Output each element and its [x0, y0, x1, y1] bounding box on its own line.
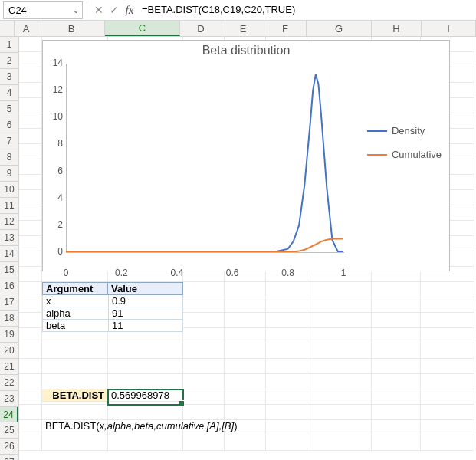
chart-y-axis: 02468101214: [46, 58, 63, 257]
y-tick: 10: [46, 111, 63, 122]
chart-beta-distribution[interactable]: Beta distribution 02468101214 00.20.40.6…: [42, 40, 450, 271]
row-header-13[interactable]: 13: [0, 230, 18, 246]
chart-plot-area: 02468101214 00.20.40.60.81: [66, 64, 343, 252]
row-header-24[interactable]: 24: [0, 407, 18, 422]
column-header-F[interactable]: F: [264, 21, 307, 36]
row-header-18[interactable]: 18: [0, 310, 18, 327]
column-header-G[interactable]: G: [307, 21, 372, 36]
y-tick: 8: [46, 138, 63, 149]
legend-label: Cumulative: [392, 149, 442, 160]
row-header-16[interactable]: 16: [0, 278, 18, 294]
syntax-end: ): [234, 420, 237, 432]
column-header-D[interactable]: D: [180, 21, 222, 36]
x-tick: 0.4: [169, 268, 185, 278]
row-headers: 1234567891011121314151617181920212223242…: [0, 37, 19, 460]
legend-swatch-density: [367, 130, 387, 132]
row-header-4[interactable]: 4: [0, 85, 18, 101]
row-header-21[interactable]: 21: [0, 359, 18, 375]
y-tick: 12: [46, 84, 63, 95]
x-tick: 0: [58, 268, 74, 278]
column-header-A[interactable]: A: [15, 21, 38, 36]
column-header-E[interactable]: E: [222, 21, 264, 36]
y-tick: 6: [46, 166, 63, 176]
arguments-table: Argument Value x 0.9 alpha 91 beta 11: [42, 282, 183, 332]
y-tick: 0: [46, 246, 63, 257]
name-box[interactable]: C24 ⌄: [3, 1, 83, 19]
row-header-7[interactable]: 7: [0, 133, 18, 150]
cells-area[interactable]: Beta distribution 02468101214 00.20.40.6…: [19, 37, 476, 460]
x-tick: 0.6: [225, 268, 240, 278]
legend-density: Density: [367, 125, 442, 136]
y-tick: 2: [46, 219, 63, 230]
result-value: 0.569968978: [111, 389, 169, 401]
row-header-9[interactable]: 9: [0, 166, 18, 182]
chart-legend: Density Cumulative: [367, 125, 442, 172]
worksheet: ABCDEFGHI 123456789101112131415161718192…: [0, 21, 476, 460]
formula-bar: C24 ⌄ ✕ ✓ fx =BETA.DIST(C18,C19,C20,TRUE…: [0, 0, 476, 21]
cell-function-name[interactable]: BETA.DIST: [42, 389, 108, 402]
table-cell[interactable]: beta: [42, 320, 108, 332]
separator: [87, 2, 87, 18]
row-header-26[interactable]: 26: [0, 439, 18, 455]
table-cell[interactable]: 91: [108, 307, 183, 320]
row-header-14[interactable]: 14: [0, 246, 18, 262]
x-tick: 0.2: [113, 268, 129, 278]
cell-function-result[interactable]: 0.569968978: [108, 389, 183, 402]
legend-cumulative: Cumulative: [367, 149, 442, 160]
row-header-23[interactable]: 23: [0, 391, 18, 407]
chart-title: Beta distribution: [43, 44, 449, 58]
row-header-1[interactable]: 1: [0, 37, 18, 53]
chart-lines: [66, 64, 343, 252]
syntax-fn: BETA.DIST(: [45, 420, 100, 432]
name-box-value: C24: [8, 5, 27, 16]
table-cell[interactable]: x: [42, 295, 108, 307]
cancel-icon[interactable]: ✕: [91, 2, 107, 18]
row-header-2[interactable]: 2: [0, 53, 18, 69]
row-header-8[interactable]: 8: [0, 150, 18, 166]
table-header-value[interactable]: Value: [108, 282, 183, 295]
row-header-19[interactable]: 19: [0, 327, 18, 343]
column-header-C[interactable]: C: [105, 21, 180, 36]
syntax-hint[interactable]: BETA.DIST(x,alpha,beta,cumulative,[A],[B…: [42, 420, 241, 432]
row-header-27[interactable]: 27: [0, 455, 18, 460]
table-cell[interactable]: alpha: [42, 307, 108, 320]
column-header-H[interactable]: H: [372, 21, 422, 36]
formula-input[interactable]: =BETA.DIST(C18,C19,C20,TRUE): [137, 2, 476, 18]
row-header-17[interactable]: 17: [0, 294, 18, 310]
result-row: BETA.DIST 0.569968978: [42, 389, 183, 402]
column-headers: ABCDEFGHI: [0, 21, 476, 37]
syntax-args: x,alpha,beta,cumulative,[A],[B]: [100, 420, 235, 432]
select-all-corner[interactable]: [0, 21, 15, 36]
y-tick: 4: [46, 192, 63, 203]
row-header-12[interactable]: 12: [0, 214, 18, 230]
legend-swatch-cumulative: [367, 154, 387, 156]
row-header-3[interactable]: 3: [0, 69, 18, 85]
column-header-B[interactable]: B: [38, 21, 105, 36]
row-header-15[interactable]: 15: [0, 262, 18, 278]
row-header-11[interactable]: 11: [0, 198, 18, 214]
fx-icon[interactable]: fx: [122, 2, 137, 18]
dropdown-icon: ⌄: [73, 6, 79, 15]
table-cell[interactable]: 11: [108, 320, 183, 332]
row-header-25[interactable]: 25: [0, 422, 18, 439]
accept-icon[interactable]: ✓: [107, 2, 122, 18]
column-header-I[interactable]: I: [422, 21, 476, 36]
table-cell[interactable]: 0.9: [108, 295, 183, 307]
row-header-10[interactable]: 10: [0, 182, 18, 198]
y-tick: 14: [46, 58, 63, 68]
x-tick: 0.8: [281, 268, 296, 278]
table-header-argument[interactable]: Argument: [42, 282, 108, 295]
row-header-20[interactable]: 20: [0, 343, 18, 359]
x-tick: 1: [336, 268, 351, 278]
row-header-22[interactable]: 22: [0, 375, 18, 391]
row-header-5[interactable]: 5: [0, 101, 18, 117]
row-header-6[interactable]: 6: [0, 117, 18, 133]
legend-label: Density: [392, 125, 425, 136]
